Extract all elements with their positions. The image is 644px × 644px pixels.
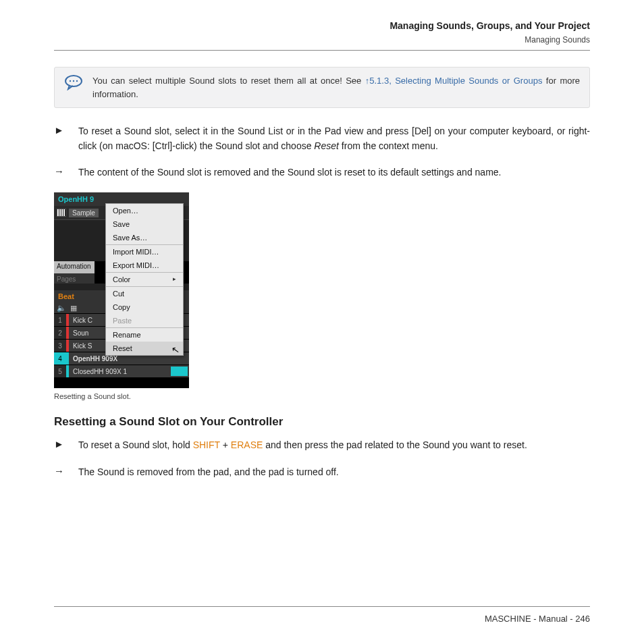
menu-save-as[interactable]: Save As… bbox=[106, 231, 183, 244]
step-action: ► To reset a Sound slot, select it in th… bbox=[54, 124, 590, 153]
menu-copy[interactable]: Copy bbox=[106, 300, 183, 314]
automation-tab: Automation bbox=[54, 261, 95, 273]
chapter-title: Managing Sounds, Groups, and Your Projec… bbox=[54, 20, 590, 31]
speech-bubble-icon bbox=[64, 74, 83, 101]
tip-text: You can select multiple Sound slots to r… bbox=[92, 74, 580, 101]
arrow-bullet-icon: → bbox=[54, 165, 65, 180]
figure-caption: Resetting a Sound slot. bbox=[54, 392, 590, 400]
group-name: Beat bbox=[58, 292, 74, 300]
menu-color[interactable]: Color bbox=[106, 273, 183, 286]
menu-rename[interactable]: Rename bbox=[106, 328, 183, 342]
menu-save[interactable]: Save bbox=[106, 217, 183, 231]
menu-import-midi[interactable]: Import MIDI… bbox=[106, 245, 183, 259]
page-header: Managing Sounds, Groups, and Your Projec… bbox=[54, 20, 590, 51]
speaker-icon: 🔈 bbox=[57, 304, 66, 313]
menu-export-midi[interactable]: Export MIDI… bbox=[106, 259, 183, 272]
figure-screenshot: OpenHH 9 Sample Automation Pages Beat 🔈▦… bbox=[54, 192, 590, 400]
step-text: To reset a Sound slot, select it in the … bbox=[78, 124, 590, 153]
key-shift: SHIFT bbox=[193, 439, 220, 450]
subheading: Resetting a Sound Slot on Your Controlle… bbox=[54, 415, 590, 429]
context-menu: Open… Save Save As… Import MIDI… Export … bbox=[105, 203, 184, 356]
step-action: ► To reset a Sound slot, hold SHIFT + ER… bbox=[54, 438, 590, 453]
menu-cut[interactable]: Cut bbox=[106, 287, 183, 300]
cursor-icon: ↖ bbox=[171, 344, 181, 356]
grid-icon: ▦ bbox=[70, 304, 77, 313]
xref-link[interactable]: ↑5.1.3, Selecting Multiple Sounds or Gro… bbox=[365, 76, 543, 86]
pages-tab: Pages bbox=[54, 273, 95, 284]
menu-paste: Paste bbox=[106, 314, 183, 327]
step-text: To reset a Sound slot, hold SHIFT + ERAS… bbox=[78, 438, 590, 453]
menu-open[interactable]: Open… bbox=[106, 204, 183, 217]
step-result: → The content of the Sound slot is remov… bbox=[54, 165, 590, 180]
triangle-bullet-icon: ► bbox=[54, 124, 65, 153]
sound-slot: ClosedHH 909X 1 bbox=[69, 365, 189, 377]
sample-tab: Sample bbox=[69, 209, 99, 217]
key-erase: ERASE bbox=[231, 439, 263, 450]
tip-callout: You can select multiple Sound slots to r… bbox=[54, 67, 590, 108]
svg-point-3 bbox=[76, 80, 78, 82]
step-text: The Sound is removed from the pad, and t… bbox=[78, 465, 590, 480]
sound-name-header: OpenHH 9 bbox=[58, 195, 94, 203]
section-title: Managing Sounds bbox=[54, 35, 590, 45]
page-footer: MASCHINE - Manual - 246 bbox=[54, 606, 590, 624]
piano-icon bbox=[57, 209, 66, 217]
step-text: The content of the Sound slot is removed… bbox=[78, 165, 590, 180]
arrow-bullet-icon: → bbox=[54, 465, 65, 480]
step-result: → The Sound is removed from the pad, and… bbox=[54, 465, 590, 480]
svg-point-2 bbox=[73, 80, 74, 82]
svg-point-1 bbox=[70, 80, 71, 82]
triangle-bullet-icon: ► bbox=[54, 438, 65, 453]
